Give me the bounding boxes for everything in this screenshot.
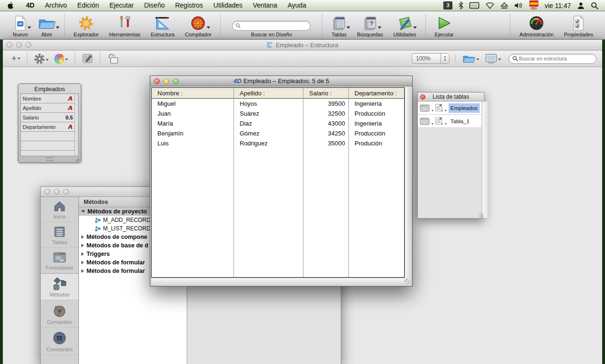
minimize-button[interactable]: [164, 78, 169, 84]
table-cell[interactable]: 32500: [303, 109, 348, 119]
table-cell[interactable]: Suárez: [234, 109, 303, 119]
spaces-indicator[interactable]: 3: [443, 1, 452, 9]
structure-search-field[interactable]: [509, 54, 596, 64]
table-cell[interactable]: Rodriguez: [234, 138, 303, 148]
apple-menu[interactable]: [0, 1, 21, 9]
table-cell[interactable]: Juan: [152, 109, 233, 119]
menu-clock[interactable]: vie 11:47: [544, 2, 571, 9]
output-list-icon[interactable]: [435, 104, 443, 112]
disclosure-closed-icon[interactable]: [81, 269, 84, 273]
input-form-icon[interactable]: [420, 104, 430, 112]
field-row[interactable]: Apellido A: [21, 103, 75, 113]
display-icon[interactable]: [469, 2, 479, 9]
window-resize-handle[interactable]: [405, 279, 411, 285]
table-cell[interactable]: Benjamín: [152, 128, 233, 138]
menu-utilidades[interactable]: Utilidades: [208, 0, 248, 11]
zoom-stepper[interactable]: 100% ▲▼: [412, 53, 449, 64]
zoom-button[interactable]: [173, 78, 179, 84]
card-resize-handle[interactable]: [75, 157, 79, 161]
field-row[interactable]: Salario 0.5: [21, 113, 75, 122]
menu-diseno[interactable]: Diseño: [139, 0, 170, 11]
close-button[interactable]: [7, 42, 12, 48]
output-list-icon[interactable]: [435, 117, 443, 125]
close-button[interactable]: [420, 94, 425, 100]
wifi-icon[interactable]: [485, 2, 494, 9]
field-row[interactable]: Departamento A: [21, 122, 75, 132]
table-cell[interactable]: María: [152, 119, 233, 128]
empty-field-row[interactable]: [21, 141, 75, 151]
toolbar-explorador-button[interactable]: Explorador: [74, 15, 99, 37]
zoom-stepper-arrows[interactable]: ▲▼: [441, 54, 449, 63]
menu-ejecutar[interactable]: Ejecutar: [104, 0, 139, 11]
table-cell[interactable]: Luis: [152, 138, 233, 148]
toolbar-nuevo-button[interactable]: Nuevo: [13, 15, 28, 37]
table-cell[interactable]: Diaz: [234, 119, 303, 128]
toolbar-herramientas-button[interactable]: Herramientas: [109, 15, 140, 37]
disclosure-closed-icon[interactable]: [81, 244, 84, 247]
menu-4d[interactable]: 4D: [21, 0, 40, 11]
table-cell[interactable]: Producción: [349, 128, 404, 138]
keyboard-layout-flag[interactable]: ISO: [529, 0, 538, 10]
zoom-button[interactable]: [26, 42, 31, 48]
volume-icon[interactable]: [514, 2, 523, 9]
eject-icon[interactable]: [501, 2, 508, 9]
column-header[interactable]: Salario :: [303, 88, 348, 99]
folder-menu-button[interactable]: [462, 53, 479, 64]
minimize-button[interactable]: [54, 189, 60, 195]
sidebar-item-formularios[interactable]: Formularios: [41, 248, 78, 273]
bluetooth-icon[interactable]: [458, 1, 463, 9]
toolbar-propiedades-button[interactable]: Propiedades: [564, 15, 593, 37]
display-menu-button[interactable]: [485, 53, 501, 64]
close-button[interactable]: [154, 78, 160, 84]
table-cell[interactable]: Gómez: [234, 128, 303, 138]
sidebar-item-metodos[interactable]: Métodos: [41, 273, 78, 300]
toolbar-administracion-button[interactable]: Administración: [519, 15, 553, 37]
empty-field-row[interactable]: [21, 132, 75, 141]
table-name[interactable]: Tabla_1: [449, 117, 480, 126]
toolbar-compilador-button[interactable]: Compilador: [185, 15, 211, 37]
table-cell[interactable]: Producción: [349, 109, 404, 119]
toolbar-ejecutar-button[interactable]: Ejecutar: [435, 15, 454, 37]
design-search-field[interactable]: [232, 21, 311, 31]
zoom-button[interactable]: [63, 189, 69, 195]
toolbar-abrir-button[interactable]: Abrir: [38, 15, 55, 37]
edit-grid-button[interactable]: [82, 53, 93, 64]
user-icon[interactable]: [577, 2, 585, 9]
input-form-icon[interactable]: [420, 118, 430, 125]
table-cell[interactable]: 35000: [303, 138, 348, 148]
table-cell[interactable]: Ingeniería: [349, 99, 404, 109]
column-header[interactable]: Nombre :: [152, 88, 233, 99]
table-list-item-tabla1[interactable]: Tabla_1: [418, 115, 482, 128]
minimize-button[interactable]: [16, 42, 22, 48]
sidebar-item-tablas[interactable]: Tablas: [41, 222, 78, 248]
disclosure-closed-icon[interactable]: [81, 261, 84, 264]
design-search-input[interactable]: [241, 23, 307, 29]
disclosure-closed-icon[interactable]: [81, 235, 84, 239]
menu-registros[interactable]: Registros: [170, 0, 208, 11]
gear-menu-button[interactable]: [34, 53, 49, 64]
palette-resize-handle[interactable]: [479, 213, 484, 218]
table-name[interactable]: Empleados: [449, 103, 480, 113]
structure-table-title[interactable]: Empleados: [18, 84, 81, 93]
field-row[interactable]: Nombre A: [21, 94, 75, 103]
column-header[interactable]: Departamento :: [349, 88, 404, 99]
menu-edicion[interactable]: Edición: [72, 0, 104, 11]
sidebar-item-comandos[interactable]: Comandos: [41, 300, 78, 328]
table-cell[interactable]: 43000: [303, 119, 348, 128]
records-titlebar[interactable]: 4D Empleado – Empleados: 5 de 5: [150, 76, 412, 86]
toolbar-tablas-button[interactable]: Tablas: [331, 15, 346, 37]
menu-archivo[interactable]: Archivo: [40, 0, 72, 11]
toolbar-estructura-button[interactable]: Estructura: [151, 15, 174, 37]
structure-window-titlebar[interactable]: Empleado – Estructura: [3, 40, 602, 51]
color-menu-button[interactable]: [54, 54, 68, 64]
menu-ventana[interactable]: Ventana: [248, 0, 282, 11]
table-cell[interactable]: Produción: [349, 138, 404, 148]
horizontal-scrollbar[interactable]: [151, 278, 405, 285]
table-list-item-empleados[interactable]: Empleados: [418, 102, 482, 115]
palette-titlebar[interactable]: Lista de tablas: [418, 93, 484, 102]
table-cell[interactable]: 34250: [303, 128, 348, 138]
table-cell[interactable]: Hoyos: [234, 99, 303, 109]
card-scrollbar[interactable]: [75, 94, 78, 156]
table-cell[interactable]: 39500: [303, 99, 348, 109]
structure-search-input[interactable]: [518, 55, 593, 62]
